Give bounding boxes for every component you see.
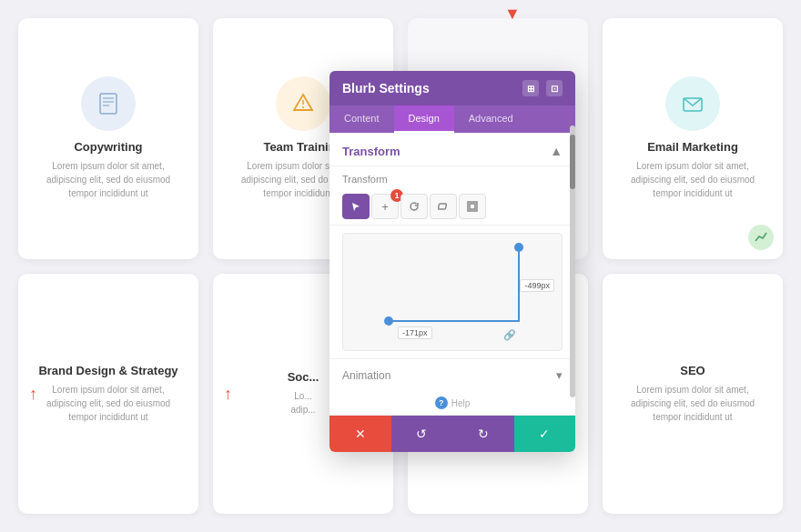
chart-icon-small [748,225,774,250]
blurb-footer: ✕ ↺ ↻ ✓ [330,415,575,452]
transform-toolbar: + 1 [330,188,575,226]
transform-section-header[interactable]: Transform ▲ [330,133,575,166]
arrow-left-brand: ↑ [29,384,37,403]
card-seo-text: Lorem ipsum dolor sit amet, adipiscing e… [617,383,768,424]
card-email-marketing-title: Email Marketing [647,140,738,154]
card-icon-team-training [276,76,330,131]
scale-btn[interactable] [459,194,486,219]
plus-icon: + [381,200,389,214]
card-icon-copywriting [81,76,136,131]
card-icon-email [665,76,720,131]
arrow-left-social: ↑ [224,384,232,403]
canvas-link-icon[interactable]: 🔗 [503,329,516,341]
transform-collapse-icon[interactable]: ▲ [550,144,563,158]
animation-section[interactable]: Animation ▾ [330,358,575,391]
add-transform-btn[interactable]: + 1 [371,194,399,219]
card-brand-design[interactable]: ↑ Brand Design & Strategy Lorem ipsum do… [18,274,198,515]
svg-point-6 [302,106,304,108]
card-copywriting-title: Copywriting [74,140,142,154]
svg-rect-11 [438,204,446,209]
card-social-title: Soc... [288,370,319,384]
tab-advanced[interactable]: Advanced [454,105,528,133]
card-copywriting[interactable]: Copywriting Lorem ipsum dolor sit amet, … [18,18,198,259]
footer-cancel-btn[interactable]: ✕ [330,416,391,452]
transform-title: Transform [342,145,400,158]
cursor-tool-btn[interactable] [342,194,370,219]
panel-scrollbar[interactable] [570,125,575,397]
card-email-marketing[interactable]: Email Marketing Lorem ipsum dolor sit am… [603,18,783,259]
panel-icon-expand[interactable]: ⊡ [546,80,563,96]
help-text: Help [451,398,471,408]
blurb-panel-header: Blurb Settings ⊞ ⊡ [330,71,575,105]
rotate-btn[interactable] [400,194,428,219]
card-brand-design-title: Brand Design & Strategy [38,364,177,377]
panel-icon-grid[interactable]: ⊞ [522,80,539,96]
transform-canvas[interactable]: -499px -171px 🔗 [342,233,563,351]
footer-save-btn[interactable]: ✓ [514,416,576,452]
canvas-point-top[interactable] [514,243,523,252]
tab-content[interactable]: Content [330,105,394,133]
blurb-panel-title: Blurb Settings [342,81,430,95]
footer-redo-btn[interactable]: ↻ [452,416,514,452]
canvas-line-horizontal [389,320,520,322]
blurb-settings-panel: Blurb Settings ⊞ ⊡ Content Design Advanc… [330,71,575,452]
animation-expand-icon[interactable]: ▾ [556,368,563,382]
help-icon: ? [435,396,448,409]
blurb-tabs: Content Design Advanced [330,105,575,133]
card-copywriting-text: Lorem ipsum dolor sit amet, adipiscing e… [33,159,184,200]
card-seo-title: SEO [680,364,705,377]
blurb-header-icons: ⊞ ⊡ [522,80,563,96]
canvas-label-x: -499px [520,279,554,292]
help-row[interactable]: ? Help [330,391,575,415]
card-brand-design-text: Lorem ipsum dolor sit amet, adipiscing e… [33,383,184,424]
canvas-point-left[interactable] [384,316,393,326]
svg-rect-0 [100,94,117,114]
card-email-marketing-text: Lorem ipsum dolor sit amet, adipiscing e… [617,159,768,200]
card-seo[interactable]: SEO Lorem ipsum dolor sit amet, adipisci… [603,274,783,515]
footer-undo-btn[interactable]: ↺ [391,416,453,452]
skew-btn[interactable] [430,194,457,219]
card-social-text: Lo...adip... [290,389,315,417]
canvas-label-y: -171px [398,326,432,339]
svg-rect-13 [470,204,475,209]
tab-design[interactable]: Design [394,105,454,133]
animation-label: Animation [342,369,390,382]
panel-scrollbar-thumb [570,135,575,189]
top-arrow-indicator: ▼ [504,5,521,24]
transform-label: Transform [330,166,575,188]
blurb-panel-body: Transform ▲ Transform + 1 [330,133,575,415]
